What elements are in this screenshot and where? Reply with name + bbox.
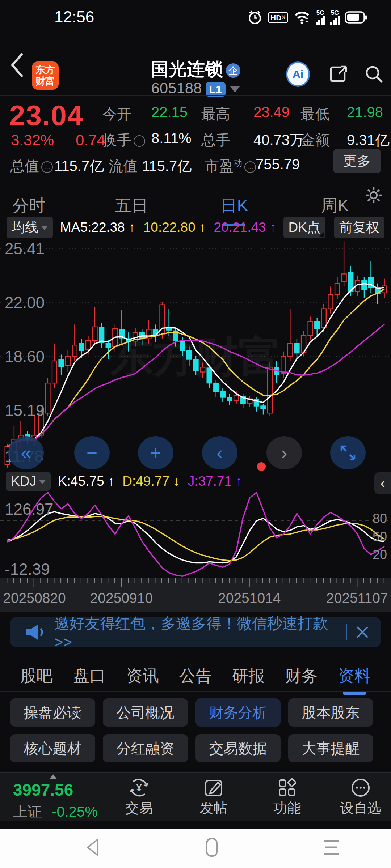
zoom-in-button[interactable]: +: [138, 436, 173, 469]
section-button-操盘必读[interactable]: 操盘必读: [10, 698, 95, 727]
caret-up-icon: [49, 774, 57, 779]
info-icon: …: [244, 161, 256, 173]
ai-button[interactable]: Ai: [286, 62, 310, 86]
index-change: -0.25%: [52, 804, 98, 820]
megaphone-icon: [25, 623, 45, 642]
ma-indicator-bar: 均线 MA5:22.38 ↑10:22.80 ↑20:21.43 ↑ DK点 前…: [0, 217, 391, 238]
status-bar: 12:56 HD½ 5G 5G: [0, 0, 391, 33]
tab-股吧[interactable]: 股吧: [20, 665, 53, 687]
kdj-values: K:45.75 ↑D:49.77 ↓J:37.71 ↑: [58, 474, 242, 489]
features-icon: [277, 776, 297, 799]
quote-label: 今开: [102, 104, 131, 124]
period-tab-bar: 分时五日日K周K月K更多: [0, 179, 391, 216]
svg-text:80: 80: [373, 511, 387, 526]
date-label: 20250910: [90, 590, 153, 606]
system-navigation-bar: [0, 829, 391, 868]
collapse-panel-button[interactable]: ‹: [374, 472, 391, 494]
expand-icon: [340, 444, 356, 461]
search-icon: [363, 64, 384, 85]
tab-日K[interactable]: 日K: [213, 195, 256, 217]
bottom-tab-label: 功能: [273, 799, 301, 817]
chevron-down-icon: [41, 226, 48, 230]
gear-icon: [363, 185, 384, 205]
quote-label[interactable]: 总值…: [10, 156, 53, 176]
info-icon: …: [134, 135, 145, 147]
tab-资料[interactable]: 资料: [338, 665, 371, 687]
tab-分时[interactable]: 分时: [7, 195, 51, 217]
bottom-tab-设自选[interactable]: 设自选: [332, 776, 390, 817]
collapse-left-button[interactable]: «: [8, 436, 44, 469]
quote-value: 755.79: [256, 156, 300, 173]
svg-text:22.00: 22.00: [5, 294, 45, 311]
section-button-核心题材[interactable]: 核心题材: [10, 734, 95, 762]
tab-资讯[interactable]: 资讯: [126, 665, 159, 687]
tab-公告[interactable]: 公告: [179, 665, 212, 687]
promo-banner[interactable]: 邀好友得红包，多邀多得！微信秒速打款>>: [10, 617, 381, 647]
kdj-chart[interactable]: 805020126.97-12.39: [0, 492, 391, 579]
info-icon: …: [41, 161, 53, 173]
nav-recents-button[interactable]: [272, 837, 391, 858]
forward-adjusted-button[interactable]: 前复权: [334, 217, 384, 238]
clock-time: 12:56: [54, 8, 94, 26]
zoom-out-button[interactable]: −: [74, 436, 110, 469]
divider: [0, 95, 391, 96]
bottom-tab-发帖[interactable]: 发帖: [185, 776, 243, 817]
tab-研报[interactable]: 研报: [232, 665, 265, 687]
trade-icon: ¥: [129, 776, 150, 799]
section-button-财务分析[interactable]: 财务分析: [196, 698, 281, 727]
nav-home-button[interactable]: [152, 837, 272, 858]
quote-label: 总手: [201, 130, 230, 150]
section-button-股本股东[interactable]: 股本股东: [288, 698, 373, 727]
fullscreen-button[interactable]: [330, 436, 366, 469]
change-percent: 3.32%: [11, 132, 54, 149]
chart-settings-button[interactable]: [363, 185, 384, 205]
tab-财务[interactable]: 财务: [285, 665, 318, 687]
chart-controls: « − + ‹ ›: [0, 436, 391, 471]
svg-text:15.19: 15.19: [5, 401, 45, 419]
indicator-value: J:37.71 ↑: [188, 474, 242, 489]
pan-right-button[interactable]: ›: [266, 436, 302, 469]
tab-盘口[interactable]: 盘口: [73, 665, 106, 687]
index-quote[interactable]: 3997.56 上证 -0.25%: [13, 776, 98, 822]
svg-text:¥: ¥: [136, 782, 142, 793]
quote-value: 8.11%: [151, 130, 191, 146]
quote-label: 流值: [109, 156, 138, 176]
indicator-value: K:45.75 ↑: [58, 474, 114, 489]
nav-back-icon: [84, 837, 101, 858]
share-button[interactable]: [327, 62, 350, 86]
page-indicator-dot: [257, 462, 266, 471]
signal-5g-icon-2: 5G: [330, 10, 340, 25]
hd-voice-icon: HD½: [268, 12, 288, 23]
search-button[interactable]: [362, 62, 386, 86]
section-button-分红融资[interactable]: 分红融资: [103, 734, 188, 762]
section-button-交易数据[interactable]: 交易数据: [196, 734, 281, 762]
quote-value: 21.98: [347, 104, 383, 120]
bottom-tab-交易[interactable]: ¥交易: [110, 776, 168, 817]
tab-周K[interactable]: 周K: [313, 195, 357, 217]
dk-point-button[interactable]: DK点: [283, 217, 325, 238]
date-axis: 20250820202509102025101420251107: [0, 578, 391, 612]
sup-mark: 动: [234, 158, 242, 168]
section-button-大事提醒[interactable]: 大事提醒: [288, 734, 373, 762]
quote-value: 115.7亿: [142, 156, 192, 176]
quote-label[interactable]: 市盈动…: [205, 156, 256, 176]
bottom-tab-功能[interactable]: 功能: [258, 776, 316, 817]
status-icons: HD½ 5G 5G: [247, 9, 367, 26]
bottom-tab-label: 发帖: [200, 799, 227, 817]
price-change: 3.32% 0.74: [11, 132, 105, 149]
section-button-公司概况[interactable]: 公司概况: [103, 698, 188, 727]
stock-code: 605188: [151, 80, 202, 97]
change-value: 0.74: [76, 132, 105, 149]
close-banner-button[interactable]: [356, 626, 369, 638]
nav-back-button[interactable]: [33, 837, 152, 858]
tab-五日[interactable]: 五日: [110, 195, 153, 217]
banner-text: 邀好友得红包，多邀多得！微信秒速打款>>: [54, 613, 346, 651]
last-price: 23.04: [9, 99, 84, 132]
more-button[interactable]: 更多: [333, 149, 381, 173]
indicator-value: MA5:22.38 ↑: [60, 220, 135, 235]
ma-selector[interactable]: 均线: [7, 217, 53, 238]
indicator-selector[interactable]: KDJ: [6, 472, 51, 491]
enterprise-badge[interactable]: 企: [226, 63, 240, 78]
quote-label[interactable]: 换手…: [102, 130, 145, 150]
pan-left-button[interactable]: ‹: [202, 436, 237, 469]
